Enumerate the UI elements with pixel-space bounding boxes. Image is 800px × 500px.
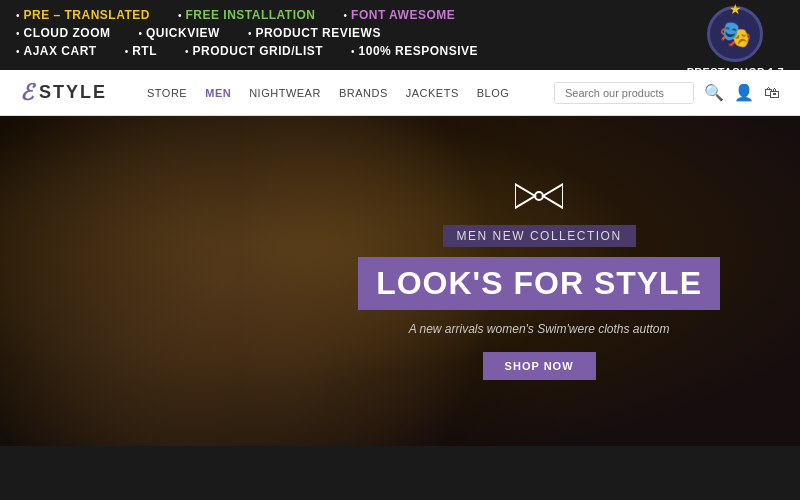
- shop-now-button[interactable]: SHOP NOW: [483, 352, 596, 380]
- logo-text: STYLE: [39, 82, 107, 103]
- dot-8: •: [125, 46, 129, 57]
- feature-responsive: 100% RESPONSIVE: [359, 44, 479, 58]
- nav-link-jackets[interactable]: JACKETS: [406, 87, 459, 99]
- dot-4: •: [16, 28, 20, 39]
- svg-marker-1: [543, 184, 563, 208]
- hero-content: Men New Collection LOOK'S FOR STYLE A ne…: [358, 182, 720, 380]
- nav-link-men[interactable]: MEN: [205, 87, 231, 99]
- hero-section: Men New Collection LOOK'S FOR STYLE A ne…: [0, 116, 800, 446]
- feature-rtl: RTL: [132, 44, 157, 58]
- feature-label: RTL: [132, 44, 157, 58]
- feature-pre-translated: PRE – TRANSLATED: [24, 8, 150, 22]
- feature-label: CLOUD ZOOM: [24, 26, 111, 40]
- feature-font-awesome: FONT AWESOME: [351, 8, 455, 22]
- features-row-3: • AJAX CART • RTL • PRODUCT GRID/LIST • …: [16, 44, 784, 58]
- feature-label: FREE INSTALLATION: [185, 8, 315, 22]
- feature-label: QUICKVIEW: [146, 26, 220, 40]
- logo[interactable]: ℰ STYLE: [20, 80, 107, 106]
- hero-description: A new arrivals women's Swim'were cloths …: [358, 322, 720, 336]
- cart-icon[interactable]: 🛍: [764, 84, 780, 102]
- badge-label: PRESTASHOP 1.7: [687, 66, 784, 78]
- prestashop-badge: 🎭 PRESTASHOP 1.7: [687, 6, 784, 78]
- dot-3: •: [344, 10, 348, 21]
- feature-ajax-cart: AJAX CART: [24, 44, 97, 58]
- hero-title: LOOK'S FOR STYLE: [358, 257, 720, 310]
- dot-5: •: [139, 28, 143, 39]
- features-bar: • PRE – TRANSLATED • FREE INSTALLATION •…: [0, 0, 800, 70]
- navbar: ℰ STYLE STORE MEN NIGHTWEAR BRANDS JACKE…: [0, 70, 800, 116]
- bow-tie-icon: [358, 182, 720, 217]
- feature-label: PRODUCT REVIEWS: [255, 26, 381, 40]
- nav-actions: 🔍 👤 🛍: [554, 82, 780, 104]
- dot-7: •: [16, 46, 20, 57]
- nav-links: STORE MEN NIGHTWEAR BRANDS JACKETS BLOG: [147, 87, 554, 99]
- feature-label: 100% RESPONSIVE: [359, 44, 479, 58]
- nav-link-nightwear[interactable]: NIGHTWEAR: [249, 87, 321, 99]
- feature-cloud-zoom: CLOUD ZOOM: [24, 26, 111, 40]
- dot-9: •: [185, 46, 189, 57]
- feature-product-grid: PRODUCT GRID/LIST: [193, 44, 324, 58]
- badge-emoji: 🎭: [719, 19, 751, 50]
- dot-6: •: [248, 28, 252, 39]
- search-input[interactable]: [554, 82, 694, 104]
- nav-link-store[interactable]: STORE: [147, 87, 187, 99]
- dot-10: •: [351, 46, 355, 57]
- feature-label: PRE – TRANSLATED: [24, 8, 150, 22]
- features-row-1: • PRE – TRANSLATED • FREE INSTALLATION •…: [16, 8, 784, 22]
- badge-circle: 🎭: [707, 6, 763, 62]
- dot-2: •: [178, 10, 182, 21]
- features-row-2: • CLOUD ZOOM • QUICKVIEW • PRODUCT REVIE…: [16, 26, 784, 40]
- feature-quickview: QUICKVIEW: [146, 26, 220, 40]
- feature-free-installation: FREE INSTALLATION: [185, 8, 315, 22]
- nav-link-brands[interactable]: BRANDS: [339, 87, 388, 99]
- feature-label: PRODUCT GRID/LIST: [193, 44, 324, 58]
- user-icon[interactable]: 👤: [734, 83, 754, 102]
- feature-product-reviews: PRODUCT REVIEWS: [255, 26, 381, 40]
- nav-link-blog[interactable]: BLOG: [477, 87, 510, 99]
- feature-label: FONT AWESOME: [351, 8, 455, 22]
- dot-1: •: [16, 10, 20, 21]
- svg-marker-0: [515, 184, 535, 208]
- hero-subtitle: Men New Collection: [443, 225, 636, 247]
- logo-icon: ℰ: [20, 80, 33, 106]
- search-icon[interactable]: 🔍: [704, 83, 724, 102]
- feature-label: AJAX CART: [24, 44, 97, 58]
